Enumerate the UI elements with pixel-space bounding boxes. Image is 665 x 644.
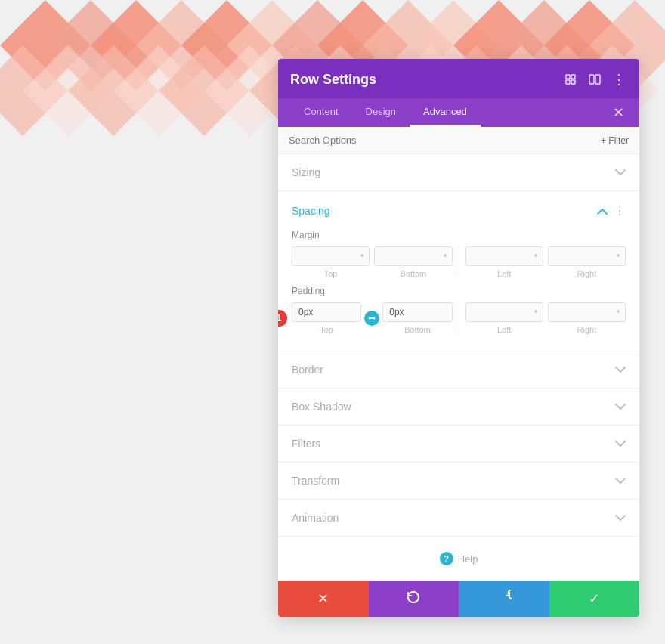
more-options-button[interactable]: ⋮ bbox=[611, 71, 627, 88]
margin-left-field: Left bbox=[466, 246, 543, 278]
section-transform-header[interactable]: Transform bbox=[278, 463, 639, 499]
reset-button[interactable] bbox=[369, 581, 459, 617]
help-icon[interactable]: ? bbox=[440, 552, 453, 565]
section-animation-chevron bbox=[615, 512, 626, 524]
section-filters-chevron bbox=[615, 438, 626, 450]
margin-right-field: Right bbox=[548, 246, 626, 278]
tab-content[interactable]: Content bbox=[290, 98, 352, 127]
save-button[interactable]: ✓ bbox=[549, 581, 640, 617]
padding-bottom-field: Bottom bbox=[382, 302, 452, 334]
section-spacing-actions: ⋮ bbox=[597, 203, 626, 218]
tab-design[interactable]: Design bbox=[352, 98, 410, 127]
panel-close-button[interactable]: ✕ bbox=[610, 98, 627, 127]
svg-rect-29 bbox=[571, 75, 575, 79]
step-badge: 1 bbox=[278, 310, 287, 327]
margin-divider bbox=[459, 246, 459, 278]
columns-button[interactable] bbox=[586, 71, 603, 88]
section-box-shadow-chevron bbox=[615, 401, 626, 413]
section-border-chevron bbox=[615, 364, 626, 376]
filter-button[interactable]: + Filter bbox=[601, 135, 629, 146]
margin-left-label: Left bbox=[497, 269, 511, 278]
section-sizing: Sizing bbox=[278, 154, 639, 191]
padding-label: Padding bbox=[292, 286, 626, 296]
section-transform-title: Transform bbox=[292, 475, 339, 487]
padding-right-label: Right bbox=[577, 325, 597, 334]
padding-top-input[interactable] bbox=[292, 302, 361, 322]
section-animation: Animation bbox=[278, 500, 639, 537]
section-animation-header[interactable]: Animation bbox=[278, 500, 639, 536]
help-label[interactable]: Help bbox=[458, 553, 478, 565]
padding-row: 1 Top bbox=[292, 302, 626, 334]
svg-point-35 bbox=[373, 317, 376, 320]
section-sizing-chevron bbox=[615, 166, 626, 178]
section-transform-chevron bbox=[615, 475, 626, 487]
padding-left-label: Left bbox=[497, 325, 511, 334]
section-filters-header[interactable]: Filters bbox=[278, 426, 639, 462]
panel-footer: ✕ ✓ bbox=[278, 581, 639, 617]
redo-icon bbox=[496, 590, 512, 608]
margin-top-field: Top bbox=[292, 246, 370, 278]
section-transform: Transform bbox=[278, 463, 639, 500]
margin-label: Margin bbox=[292, 230, 626, 240]
row-settings-panel: Row Settings ⋮ Content bbox=[278, 59, 639, 617]
section-sizing-title: Sizing bbox=[292, 166, 320, 178]
svg-rect-32 bbox=[589, 75, 594, 84]
margin-left-link-icon[interactable] bbox=[532, 252, 540, 261]
padding-link-circle[interactable] bbox=[364, 311, 379, 326]
redo-button[interactable] bbox=[459, 581, 549, 617]
header-icons: ⋮ bbox=[562, 71, 627, 98]
margin-bottom-link-icon[interactable] bbox=[441, 252, 449, 261]
svg-rect-28 bbox=[566, 75, 570, 79]
section-sizing-header[interactable]: Sizing bbox=[278, 154, 639, 190]
section-border: Border bbox=[278, 351, 639, 389]
section-box-shadow: Box Shadow bbox=[278, 389, 639, 426]
section-spacing: Spacing ⋮ Margin bbox=[278, 191, 639, 351]
section-spacing-more[interactable]: ⋮ bbox=[614, 203, 626, 218]
search-bar: + Filter bbox=[278, 127, 639, 154]
svg-rect-30 bbox=[566, 80, 570, 84]
padding-right-field: Right bbox=[548, 302, 626, 334]
panel-title: Row Settings bbox=[290, 72, 376, 98]
padding-top-label: Top bbox=[320, 325, 333, 334]
section-filters: Filters bbox=[278, 426, 639, 463]
panel-body: Sizing Spacing ⋮ bbox=[278, 154, 639, 581]
padding-bottom-label: Bottom bbox=[404, 325, 431, 334]
svg-rect-31 bbox=[571, 80, 575, 84]
svg-point-34 bbox=[369, 317, 371, 320]
section-box-shadow-header[interactable]: Box Shadow bbox=[278, 389, 639, 425]
padding-left-field: Left bbox=[466, 302, 543, 334]
margin-bottom-field: Bottom bbox=[374, 246, 452, 278]
section-border-title: Border bbox=[292, 364, 323, 376]
section-box-shadow-title: Box Shadow bbox=[292, 401, 351, 413]
cancel-button[interactable]: ✕ bbox=[278, 581, 369, 617]
reset-icon bbox=[406, 590, 421, 608]
padding-divider bbox=[459, 302, 459, 334]
margin-row: Top Bottom bbox=[292, 246, 626, 278]
section-border-header[interactable]: Border bbox=[278, 351, 639, 388]
padding-section: Padding 1 Top bbox=[292, 286, 626, 334]
margin-top-label: Top bbox=[324, 269, 338, 278]
fullscreen-button[interactable] bbox=[562, 71, 579, 88]
padding-link-center[interactable] bbox=[361, 311, 382, 326]
padding-top-field: Top bbox=[292, 302, 361, 334]
section-spacing-collapse[interactable] bbox=[597, 204, 608, 218]
padding-bottom-input[interactable] bbox=[382, 302, 452, 322]
spacing-content: Margin bbox=[278, 230, 639, 351]
padding-right-link-icon[interactable] bbox=[614, 308, 622, 317]
save-icon: ✓ bbox=[589, 590, 600, 607]
panel-header: Row Settings ⋮ bbox=[278, 59, 639, 98]
margin-top-link-icon[interactable] bbox=[358, 252, 366, 261]
help-row: ? Help bbox=[278, 537, 639, 581]
padding-left-link-icon[interactable] bbox=[532, 308, 540, 317]
margin-bottom-label: Bottom bbox=[400, 269, 426, 278]
section-spacing-header[interactable]: Spacing ⋮ bbox=[278, 191, 639, 230]
panel-tabs: Content Design Advanced ✕ bbox=[278, 98, 639, 127]
margin-right-link-icon[interactable] bbox=[614, 252, 622, 261]
margin-right-label: Right bbox=[577, 269, 597, 278]
tab-advanced[interactable]: Advanced bbox=[410, 98, 481, 127]
section-filters-title: Filters bbox=[292, 438, 320, 450]
svg-rect-33 bbox=[595, 75, 600, 84]
section-spacing-title: Spacing bbox=[292, 205, 330, 217]
section-animation-title: Animation bbox=[292, 512, 339, 524]
search-input[interactable] bbox=[289, 135, 601, 146]
